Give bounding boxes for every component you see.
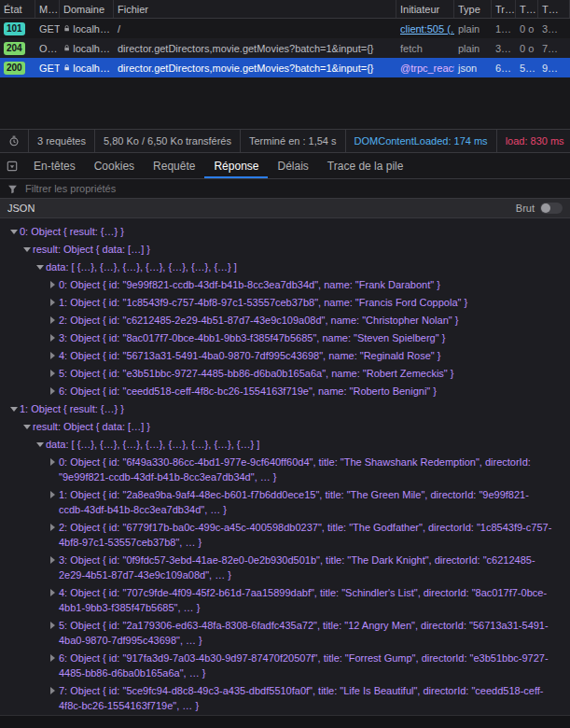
tab-headers[interactable]: En-têtes bbox=[24, 153, 85, 178]
request-row[interactable]: 204 O… localh… director.getDirectors,mov… bbox=[0, 38, 570, 58]
twisty-expanded-icon[interactable] bbox=[21, 419, 33, 429]
twisty-collapsed-icon[interactable] bbox=[47, 295, 59, 306]
request-details-tabs: En-têtes Cookies Requête Réponse Délais … bbox=[0, 153, 570, 179]
json-tree-row[interactable]: 1: Object { id: "2a8ea9ba-9af4-48ec-b601… bbox=[0, 485, 553, 518]
twisty-expanded-icon[interactable] bbox=[7, 224, 20, 234]
twisty-collapsed-icon[interactable] bbox=[47, 651, 59, 662]
json-tree-row[interactable]: 5: Object { id: "2a179306-ed63-48fa-8308… bbox=[0, 616, 553, 649]
json-tree-row[interactable]: 2: Object { id: "c6212485-2e29-4b51-87d7… bbox=[0, 311, 553, 329]
request-row[interactable]: 101 GET localh… / client:505 (… plain 1…… bbox=[0, 19, 570, 38]
request-type: json bbox=[454, 58, 492, 77]
json-tree-row[interactable]: result: Object { data: […] } bbox=[0, 240, 553, 258]
column-header-status[interactable]: État bbox=[0, 0, 35, 18]
panel-toggle-icon[interactable] bbox=[7, 161, 18, 172]
json-tree-row[interactable]: 0: Object { id: "9e99f821-ccdb-43df-b41b… bbox=[0, 275, 553, 293]
request-size: 0 o bbox=[516, 38, 538, 58]
column-header-time[interactable]: T… bbox=[538, 0, 570, 18]
status-badge: 200 bbox=[4, 62, 25, 75]
json-section-label[interactable]: JSON bbox=[7, 203, 35, 214]
raw-toggle-label: Brut bbox=[516, 203, 535, 214]
request-file: director.getDirectors,movie.getMovies?ba… bbox=[114, 58, 396, 77]
json-tree-row[interactable]: 4: Object { id: "707c9fde-4f09-45f2-b61d… bbox=[0, 583, 553, 616]
request-size: 5… bbox=[516, 58, 538, 77]
json-tree-row[interactable]: 4: Object { id: "56713a31-5491-4ba0-9870… bbox=[0, 346, 553, 364]
twisty-collapsed-icon[interactable] bbox=[47, 585, 59, 596]
status-badge: 101 bbox=[4, 22, 25, 35]
status-badge: 204 bbox=[4, 42, 25, 55]
column-header-type[interactable]: Type bbox=[454, 0, 492, 18]
column-header-domain[interactable]: Domaine bbox=[60, 0, 114, 18]
column-header-file[interactable]: Fichier bbox=[114, 0, 396, 18]
twisty-expanded-icon[interactable] bbox=[21, 242, 33, 252]
request-transferred: 6… bbox=[492, 58, 516, 77]
column-header-method[interactable]: M… bbox=[35, 0, 60, 18]
devtools-network-panel: État M… Domaine Fichier Initiateur Type … bbox=[0, 0, 570, 728]
twisty-collapsed-icon[interactable] bbox=[47, 487, 59, 498]
request-domain: localh… bbox=[73, 23, 110, 35]
response-json-tree: 0: Object { result: {…} } result: Object… bbox=[0, 218, 570, 715]
json-tree-row[interactable]: result: Object { data: […] } bbox=[0, 417, 553, 435]
transferred-size: 5,80 Ko / 6,50 Ko transférés bbox=[94, 130, 240, 152]
twisty-expanded-icon[interactable] bbox=[34, 437, 46, 447]
request-type: plain bbox=[454, 38, 492, 58]
json-tree-row[interactable]: 0: Object { id: "6f49a330-86cc-4bd1-977e… bbox=[0, 453, 553, 485]
raw-toggle[interactable] bbox=[540, 203, 563, 214]
twisty-collapsed-icon[interactable] bbox=[47, 330, 59, 342]
request-file: / bbox=[114, 19, 396, 38]
twisty-collapsed-icon[interactable] bbox=[47, 348, 59, 359]
dom-content-loaded-time: DOMContentLoaded: 174 ms bbox=[345, 130, 496, 152]
request-method: GET bbox=[35, 58, 60, 77]
tab-timings[interactable]: Délais bbox=[268, 153, 317, 178]
tab-stack-trace[interactable]: Trace de la pile bbox=[318, 153, 413, 178]
network-request-list: État M… Domaine Fichier Initiateur Type … bbox=[0, 0, 570, 129]
twisty-collapsed-icon[interactable] bbox=[47, 455, 59, 466]
twisty-collapsed-icon[interactable] bbox=[47, 384, 59, 395]
json-tree-row[interactable]: 2: Object { id: "6779f17b-ba0c-499c-a45c… bbox=[0, 518, 553, 551]
twisty-collapsed-icon[interactable] bbox=[47, 313, 59, 324]
json-tree-row[interactable]: 6: Object { id: "917fa3d9-7a03-4b30-9d97… bbox=[0, 649, 553, 681]
json-tree-row[interactable]: 5: Object { id: "e3b51bbc-9727-4485-bb86… bbox=[0, 364, 553, 382]
filter-properties-input[interactable] bbox=[23, 182, 563, 195]
column-header-size[interactable]: T… bbox=[516, 0, 538, 18]
twisty-expanded-icon[interactable] bbox=[34, 259, 46, 270]
json-tree-row[interactable]: 3: Object { id: "0f9fdc57-3ebd-41ae-82e0… bbox=[0, 551, 553, 583]
request-initiator-link[interactable]: @trpc_react… bbox=[400, 63, 454, 74]
request-row-selected[interactable]: 200 GET localh… director.getDirectors,mo… bbox=[0, 58, 570, 77]
json-tree-row[interactable]: 1: Object { result: {…} } bbox=[0, 399, 553, 417]
request-file: director.getDirectors,movie.getMovies?ba… bbox=[114, 38, 396, 58]
lock-icon bbox=[63, 24, 70, 33]
json-tree-row[interactable]: 7: Object { id: "5ce9fc94-d8c8-49c3-a435… bbox=[0, 681, 553, 714]
request-initiator-link[interactable]: client:505 (… bbox=[400, 23, 454, 35]
request-size: 0 o bbox=[516, 19, 538, 38]
request-time: 3… bbox=[538, 19, 570, 38]
twisty-collapsed-icon[interactable] bbox=[47, 618, 59, 629]
network-summary-bar: 3 requêtes 5,80 Ko / 6,50 Ko transférés … bbox=[0, 129, 570, 153]
twisty-collapsed-icon[interactable] bbox=[47, 277, 59, 288]
lock-icon bbox=[63, 63, 70, 72]
tab-response[interactable]: Réponse bbox=[204, 153, 268, 178]
column-header-transferred[interactable]: Tr… bbox=[492, 0, 516, 18]
twisty-collapsed-icon[interactable] bbox=[47, 520, 59, 531]
request-list-empty-area bbox=[0, 77, 570, 129]
request-time: 9… bbox=[538, 58, 570, 77]
tab-cookies[interactable]: Cookies bbox=[85, 153, 144, 178]
tab-request[interactable]: Requête bbox=[144, 153, 204, 178]
json-tree-row[interactable]: 3: Object { id: "8ac017f7-0bce-4bb1-9bb3… bbox=[0, 329, 553, 346]
request-type: plain bbox=[454, 19, 492, 38]
request-method: O… bbox=[35, 38, 60, 58]
twisty-expanded-icon[interactable] bbox=[7, 401, 20, 412]
horizontal-scrollbar[interactable] bbox=[0, 715, 570, 728]
twisty-collapsed-icon[interactable] bbox=[47, 366, 59, 377]
json-tree-row[interactable]: 0: Object { result: {…} } bbox=[0, 222, 553, 240]
request-transferred: 1… bbox=[492, 19, 516, 38]
json-tree-row[interactable]: 1: Object { id: "1c8543f9-c757-4bf8-97c1… bbox=[0, 293, 553, 311]
json-tree-row[interactable]: data: [ {…}, {…}, {…}, {…}, {…}, {…}, {…… bbox=[0, 435, 553, 453]
json-tree-row[interactable]: 6: Object { id: "ceedd518-ceff-4f8c-bc26… bbox=[0, 382, 553, 399]
json-tree-row[interactable]: data: [ {…}, {…}, {…}, {…}, {…}, {…}, {…… bbox=[0, 258, 553, 275]
request-transferred: 3… bbox=[492, 38, 516, 58]
twisty-collapsed-icon[interactable] bbox=[47, 683, 59, 694]
twisty-collapsed-icon[interactable] bbox=[47, 553, 59, 564]
properties-filter-bar bbox=[0, 179, 570, 199]
funnel-icon bbox=[7, 184, 18, 194]
column-header-initiator[interactable]: Initiateur bbox=[396, 0, 454, 18]
